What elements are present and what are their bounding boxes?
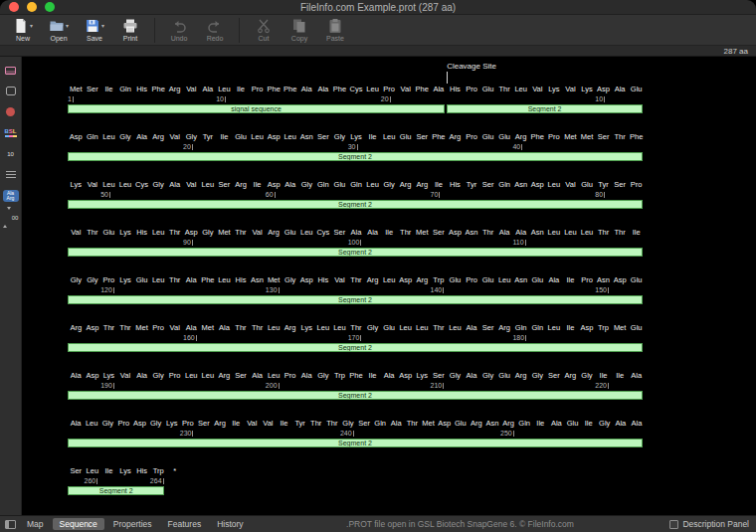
tab-sequence[interactable]: Sequence bbox=[53, 518, 104, 530]
print-icon bbox=[122, 18, 138, 34]
residue: Leu bbox=[546, 323, 563, 333]
feature-bar[interactable]: Segment 2 bbox=[68, 439, 643, 447]
zoom-button[interactable] bbox=[45, 2, 55, 12]
residue: Ala bbox=[464, 323, 480, 333]
position-number: 190 bbox=[100, 382, 114, 390]
copy-button[interactable]: Copy bbox=[284, 17, 314, 43]
sequence-row: GlyGlyProLysGluLeuThrAlaPheLeuHisAsnMetG… bbox=[68, 275, 645, 306]
amino-acid-line[interactable]: ValThrGluLysHisLeuThrAspGlyMetThrValArgG… bbox=[68, 228, 645, 238]
tab-map[interactable]: Map bbox=[20, 518, 51, 530]
view-tabs: MapSequencePropertiesFeaturesHistory bbox=[20, 518, 251, 530]
tab-features[interactable]: Features bbox=[161, 518, 209, 530]
sequence-row: ArgAspThrThrMetProValAlaMetAlaThrThrLeuA… bbox=[68, 323, 645, 354]
residue: Thr bbox=[397, 228, 414, 238]
sidebar-tool-numbering[interactable]: 10 bbox=[2, 147, 20, 160]
residue: Thr bbox=[117, 323, 134, 333]
residue: Val bbox=[244, 419, 260, 429]
residue: Ile bbox=[233, 85, 250, 94]
feature-bar[interactable]: signal sequence bbox=[68, 104, 445, 113]
feature-bar[interactable]: Segment 2 bbox=[68, 248, 643, 257]
feature-bar[interactable]: Segment 2 bbox=[68, 295, 643, 304]
residue: Arg bbox=[562, 371, 579, 381]
content-area: BSL 10 AlaArg 00 Cleavage Site MetSerIle… bbox=[0, 57, 756, 515]
sidebar-tool-style[interactable] bbox=[2, 85, 20, 97]
feature-bar[interactable]: Segment 2 bbox=[68, 391, 643, 400]
position-number: 240 bbox=[340, 430, 354, 438]
residue: Thr bbox=[249, 323, 266, 333]
minimize-button[interactable] bbox=[27, 2, 37, 12]
feature-bar[interactable]: Segment 2 bbox=[68, 152, 643, 161]
feature-bar[interactable]: Segment 2 bbox=[447, 104, 643, 113]
amino-acid-line[interactable]: ArgAspThrThrMetProValAlaMetAlaThrThrLeuA… bbox=[68, 323, 645, 333]
residue: Gly bbox=[183, 132, 200, 142]
chevron-down-icon[interactable]: ▾ bbox=[30, 22, 33, 29]
amino-acid-line[interactable]: GlyGlyProLysGluLeuThrAlaPheLeuHisAsnMetG… bbox=[68, 275, 645, 285]
red-dot-icon bbox=[6, 107, 15, 116]
residue: Leu bbox=[364, 180, 381, 190]
residue: His bbox=[233, 275, 250, 285]
residue: Leu bbox=[496, 275, 513, 285]
residue: Leu bbox=[315, 323, 332, 333]
open-button[interactable]: ▾Open bbox=[44, 17, 74, 43]
residue: Ser bbox=[595, 132, 612, 142]
residue: Ile bbox=[228, 419, 244, 429]
position-numbers: 160170180 bbox=[68, 333, 645, 343]
amino-acid-line[interactable]: AlaLeuGlyProAspGlyLysProSerArgIleValValI… bbox=[68, 419, 645, 429]
amino-acid-line[interactable]: SerLeuIleLysHisTrp* bbox=[68, 466, 183, 476]
residue: Val bbox=[85, 180, 101, 190]
tab-history[interactable]: History bbox=[210, 518, 250, 530]
amino-acid-line[interactable]: LysValLeuLeuCysGlyAlaValLeuSerArgIleAspA… bbox=[68, 180, 645, 190]
sidebar-tool-lines[interactable] bbox=[2, 168, 20, 181]
amino-acid-line[interactable]: MetSerIleGlnHisPheArgValAlaLeuIleProPheP… bbox=[68, 85, 645, 94]
residue: Asp bbox=[131, 419, 147, 429]
residue: Arg bbox=[496, 323, 513, 333]
feature-bar[interactable]: Segment 2 bbox=[68, 200, 643, 209]
residue: Pro bbox=[579, 275, 596, 285]
tab-properties[interactable]: Properties bbox=[106, 518, 159, 530]
residue: Gln bbox=[315, 180, 332, 190]
close-button[interactable] bbox=[9, 2, 19, 12]
chevron-down-icon[interactable]: ▾ bbox=[66, 22, 69, 29]
chevron-down-icon[interactable]: ▾ bbox=[101, 22, 104, 29]
residue: Asp bbox=[529, 180, 546, 190]
amino-acid-line[interactable]: AspGlnLeuGlyAlaArgValGlyTyrIleGluLeuAspL… bbox=[68, 132, 645, 142]
residue: Asp bbox=[437, 419, 453, 429]
residue: Arg bbox=[150, 132, 167, 142]
residue: Asp bbox=[579, 323, 596, 333]
residue: Glu bbox=[381, 323, 398, 333]
window-controls bbox=[0, 2, 55, 12]
print-button[interactable]: Print bbox=[115, 17, 145, 43]
residue: Asp bbox=[298, 275, 315, 285]
new-button[interactable]: ▾New bbox=[8, 17, 38, 43]
cut-button[interactable]: Cut bbox=[249, 17, 279, 43]
sidebar-tool-colors[interactable] bbox=[2, 105, 20, 118]
residue: Phe bbox=[266, 85, 283, 94]
redo-button[interactable]: Redo bbox=[200, 17, 230, 43]
paste-button[interactable]: Paste bbox=[320, 17, 350, 43]
undo-button[interactable]: Undo bbox=[164, 17, 194, 43]
sidebar-tool-spacing[interactable]: 00 bbox=[2, 210, 20, 225]
position-number: 200 bbox=[266, 382, 280, 390]
position-number: 140 bbox=[431, 286, 445, 294]
sidebar-tool-translation[interactable] bbox=[2, 64, 20, 77]
residue: Ile bbox=[532, 419, 548, 429]
residue: Val bbox=[397, 85, 414, 94]
residue: Val bbox=[166, 132, 183, 142]
residue: Tyr bbox=[595, 180, 612, 190]
save-button[interactable]: ▾Save bbox=[80, 17, 109, 43]
feature-bar[interactable]: Segment 2 bbox=[68, 343, 643, 352]
sidebar-tool-bsl[interactable]: BSL bbox=[2, 126, 20, 139]
description-panel-checkbox[interactable] bbox=[669, 520, 678, 529]
title-bar: FileInfo.com Example.prot (287 aa) bbox=[0, 0, 756, 15]
panel-toggle-icon[interactable] bbox=[5, 520, 16, 529]
feature-bar[interactable]: Segment 2 bbox=[68, 486, 164, 495]
residue: Arg bbox=[512, 371, 529, 381]
amino-acid-line[interactable]: AlaAspLysValAlaGlyProLeuLeuArgSerAlaLeuP… bbox=[68, 371, 645, 381]
sidebar-tool-residue-codes[interactable]: AlaArg bbox=[2, 189, 20, 202]
residue: Ser bbox=[233, 371, 250, 381]
sequence-row: AspGlnLeuGlyAlaArgValGlyTyrIleGluLeuAspL… bbox=[68, 132, 645, 163]
residue-code-icon: AlaArg bbox=[3, 190, 19, 202]
position-numbers: 50607080 bbox=[68, 190, 645, 200]
residue: Asp bbox=[612, 275, 629, 285]
feature-bars: Segment 2 bbox=[68, 343, 645, 354]
